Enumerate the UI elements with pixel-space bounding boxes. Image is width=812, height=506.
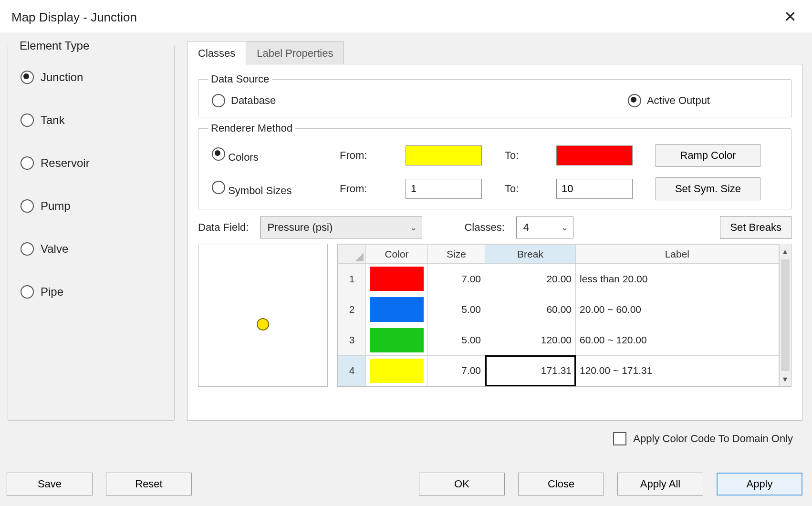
break-cell[interactable]: 120.00 (485, 325, 576, 355)
radio-element-pump[interactable]: Pump (21, 199, 166, 213)
symbol-preview (198, 244, 328, 387)
apply-domain-checkbox[interactable]: Apply Color Code To Domain Only (613, 432, 793, 445)
color-from-swatch[interactable] (406, 145, 482, 165)
classes-table[interactable]: Color Size Break Label 17.0020.00less th… (338, 244, 779, 386)
th-label[interactable]: Label (576, 245, 779, 264)
apply-domain-label: Apply Color Code To Domain Only (633, 433, 793, 445)
tab-classes[interactable]: Classes (187, 41, 246, 64)
color-swatch-icon (370, 359, 424, 383)
table-row[interactable]: 35.00120.0060.00 ~ 120.00 (338, 325, 779, 355)
map-display-dialog: Map Display - Junction ✕ Element Type Ju… (0, 0, 812, 506)
radio-icon (21, 71, 34, 84)
classes-combo[interactable]: 4 ⌄ (516, 217, 573, 238)
radio-icon (21, 242, 34, 256)
data-source-group: Data Source Database Active Output (198, 73, 791, 117)
classes-table-wrap: Color Size Break Label 17.0020.00less th… (337, 244, 791, 387)
radio-element-reservoir[interactable]: Reservoir (21, 156, 166, 170)
chevron-down-icon: ⌄ (561, 222, 568, 233)
apply-all-button[interactable]: Apply All (617, 473, 703, 496)
from-size-label: From: (340, 183, 392, 195)
color-to-swatch[interactable] (556, 145, 633, 165)
radio-database[interactable]: Database (212, 94, 276, 107)
to-size-label: To: (505, 183, 543, 195)
element-type-legend: Element Type (17, 39, 92, 52)
dialog-footer: Save Reset OK Close Apply All Apply (7, 473, 802, 496)
radio-icon (212, 147, 225, 161)
to-label: To: (505, 149, 543, 162)
table-corner[interactable] (338, 245, 366, 264)
close-button[interactable]: Close (518, 473, 604, 496)
radio-icon (21, 285, 34, 299)
radio-symbol-sizes-label: Symbol Sizes (228, 185, 291, 196)
renderer-legend: Renderer Method (208, 122, 295, 134)
row-header[interactable]: 4 (338, 355, 366, 386)
table-row[interactable]: 17.0020.00less than 20.00 (338, 264, 779, 294)
color-swatch-icon (370, 328, 424, 352)
label-cell[interactable]: 20.00 ~ 60.00 (576, 294, 779, 325)
scroll-down-icon[interactable]: ▾ (783, 374, 787, 384)
data-field-label: Data Field: (198, 221, 249, 234)
radio-active-output-label: Active Output (647, 94, 710, 107)
data-source-legend: Data Source (208, 73, 272, 85)
size-from-input[interactable] (406, 179, 482, 199)
right-pane: Classes Label Properties Data Source Dat… (187, 39, 802, 421)
break-cell[interactable]: 171.31 (485, 355, 576, 386)
radio-element-label: Valve (41, 242, 68, 256)
scroll-up-icon[interactable]: ▴ (783, 246, 787, 257)
radio-element-valve[interactable]: Valve (21, 242, 166, 256)
radio-element-tank[interactable]: Tank (21, 114, 166, 127)
row-header[interactable]: 2 (338, 294, 366, 325)
row-header[interactable]: 1 (338, 264, 366, 294)
color-cell[interactable] (366, 294, 428, 325)
label-cell[interactable]: 120.00 ~ 171.31 (576, 355, 779, 386)
tab-label-properties[interactable]: Label Properties (246, 41, 344, 64)
color-swatch-icon (370, 267, 424, 291)
scroll-thumb[interactable] (781, 259, 790, 371)
break-cell[interactable]: 20.00 (485, 264, 576, 294)
apply-button[interactable]: Apply (717, 473, 802, 496)
radio-colors[interactable]: Colors (212, 147, 326, 164)
row-header[interactable]: 3 (338, 325, 366, 355)
radio-element-junction[interactable]: Junction (21, 71, 166, 84)
renderer-method-group: Renderer Method Colors From: To: Ramp Co… (198, 122, 791, 209)
radio-symbol-sizes[interactable]: Symbol Sizes (212, 181, 326, 197)
radio-database-label: Database (231, 94, 276, 107)
data-field-row: Data Field: Pressure (psi) ⌄ Classes: 4 … (198, 216, 791, 239)
save-button[interactable]: Save (7, 473, 93, 496)
size-cell[interactable]: 7.00 (428, 355, 485, 386)
data-field-combo[interactable]: Pressure (psi) ⌄ (260, 217, 422, 238)
color-cell[interactable] (366, 355, 428, 386)
table-vscrollbar[interactable]: ▴ ▾ (779, 244, 791, 386)
ok-button[interactable]: OK (419, 473, 505, 496)
th-size[interactable]: Size (428, 245, 485, 264)
radio-icon (212, 181, 225, 194)
checkbox-icon (613, 432, 626, 445)
size-to-input[interactable] (556, 179, 633, 199)
client-area: Element Type JunctionTankReservoirPumpVa… (0, 32, 812, 506)
preview-dot-icon (257, 318, 269, 330)
break-cell[interactable]: 60.00 (485, 294, 576, 325)
table-row[interactable]: 47.00171.31120.00 ~ 171.31 (338, 355, 779, 386)
color-cell[interactable] (366, 264, 428, 294)
table-row[interactable]: 25.0060.0020.00 ~ 60.00 (338, 294, 779, 325)
tab-page-classes: Data Source Database Active Output (187, 64, 802, 421)
close-icon[interactable]: ✕ (780, 7, 801, 28)
th-break[interactable]: Break (485, 245, 576, 264)
size-cell[interactable]: 7.00 (428, 264, 485, 294)
set-breaks-button[interactable]: Set Breaks (720, 216, 791, 239)
label-cell[interactable]: less than 20.00 (576, 264, 779, 294)
title-bar: Map Display - Junction ✕ (0, 0, 812, 32)
size-cell[interactable]: 5.00 (428, 294, 485, 325)
radio-element-label: Pipe (41, 285, 63, 299)
reset-button[interactable]: Reset (106, 473, 192, 496)
color-cell[interactable] (366, 325, 428, 355)
size-cell[interactable]: 5.00 (428, 325, 485, 355)
ramp-color-button[interactable]: Ramp Color (656, 144, 760, 167)
data-field-value: Pressure (psi) (267, 221, 333, 234)
radio-active-output[interactable]: Active Output (628, 94, 710, 107)
label-cell[interactable]: 60.00 ~ 120.00 (576, 325, 779, 355)
window-title: Map Display - Junction (11, 10, 137, 25)
set-sym-size-button[interactable]: Set Sym. Size (656, 177, 760, 200)
radio-element-pipe[interactable]: Pipe (21, 285, 166, 299)
th-color[interactable]: Color (366, 245, 428, 264)
